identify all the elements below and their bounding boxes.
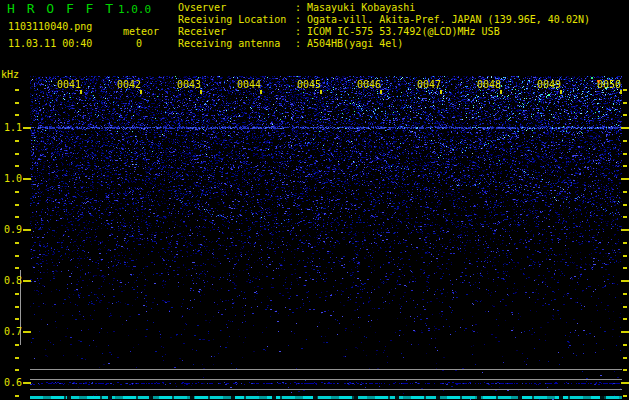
- info-row-location: Receiving Location:Ogata-vill. Akita-Pre…: [178, 14, 590, 25]
- time-label: 0050: [593, 79, 625, 90]
- freq-major-tick-right: [621, 331, 629, 333]
- freq-minor-tick-right: [623, 114, 627, 116]
- freq-minor-tick-right: [623, 293, 627, 295]
- freq-minor-tick-right: [623, 140, 627, 142]
- freq-minor-tick-right: [623, 267, 627, 269]
- freq-minor-tick-left: [15, 153, 19, 155]
- time-label: 0047: [413, 79, 445, 90]
- freq-major-tick-right: [621, 382, 629, 384]
- level-line-2: [30, 379, 622, 380]
- freq-major-tick-right: [621, 280, 629, 282]
- time-label: 0044: [233, 79, 265, 90]
- time-tick: [380, 90, 382, 94]
- freq-minor-tick-right: [623, 153, 627, 155]
- freq-minor-tick-right: [623, 395, 627, 397]
- time-tick: [440, 90, 442, 94]
- freq-minor-tick-left: [15, 242, 19, 244]
- time-tick: [200, 90, 202, 94]
- info-row-observer: Ovserver:Masayuki Kobayashi: [178, 2, 415, 13]
- freq-major-tick-left: [23, 331, 31, 333]
- freq-minor-tick-left: [15, 369, 19, 371]
- freq-minor-tick-right: [623, 242, 627, 244]
- freq-major-tick-left: [23, 127, 31, 129]
- freq-tick-label: 0.9: [0, 224, 22, 235]
- freq-minor-tick-left: [15, 318, 19, 320]
- freq-minor-tick-right: [623, 306, 627, 308]
- freq-minor-tick-left: [15, 204, 19, 206]
- freq-minor-tick-left: [15, 255, 19, 257]
- time-tick: [260, 90, 262, 94]
- info-label: Receiver: [178, 26, 295, 37]
- freq-minor-tick-left: [15, 395, 19, 397]
- freq-minor-tick-left: [15, 89, 19, 91]
- freq-major-tick-right: [621, 127, 629, 129]
- mode-label: meteor: [123, 26, 159, 37]
- freq-minor-tick-right: [623, 191, 627, 193]
- freq-minor-tick-right: [623, 255, 627, 257]
- freq-minor-tick-left: [15, 114, 19, 116]
- freq-minor-tick-left: [15, 165, 19, 167]
- time-tick: [320, 90, 322, 94]
- time-tick: [620, 90, 622, 94]
- freq-minor-tick-right: [623, 204, 627, 206]
- freq-major-tick-left: [23, 178, 31, 180]
- time-tick: [560, 90, 562, 94]
- freq-minor-tick-left: [15, 293, 19, 295]
- time-label: 0041: [53, 79, 85, 90]
- time-tick: [140, 90, 142, 94]
- info-separator: :: [295, 38, 307, 49]
- level-line-3: [30, 389, 622, 390]
- freq-minor-tick-left: [15, 306, 19, 308]
- time-tick: [80, 90, 82, 94]
- info-label: Receiving Location: [178, 14, 295, 25]
- freq-minor-tick-left: [15, 191, 19, 193]
- info-row-receiver: Receiver:ICOM IC-575 53.7492(@LCD)MHz US…: [178, 26, 500, 37]
- freq-minor-tick-right: [623, 357, 627, 359]
- freq-major-tick-right: [621, 178, 629, 180]
- output-file-name: 1103110040.png: [8, 21, 92, 32]
- timestamp: 11.03.11 00:40: [8, 38, 92, 49]
- freq-minor-tick-right: [623, 369, 627, 371]
- freq-minor-tick-right: [623, 318, 627, 320]
- freq-tick-label: 0.6: [0, 377, 22, 388]
- meteor-count: 0: [136, 38, 142, 49]
- info-row-antenna: Receiving antenna:A504HB(yagi 4el): [178, 38, 403, 49]
- info-label: Ovserver: [178, 2, 295, 13]
- freq-tick-label: 1.0: [0, 173, 22, 184]
- info-separator: :: [295, 26, 307, 37]
- time-label: 0045: [293, 79, 325, 90]
- time-label: 0043: [173, 79, 205, 90]
- freq-minor-tick-left: [15, 344, 19, 346]
- freq-minor-tick-right: [623, 102, 627, 104]
- time-tick: [500, 90, 502, 94]
- freq-minor-tick-right: [623, 216, 627, 218]
- freq-minor-tick-left: [15, 357, 19, 359]
- activity-line: [30, 396, 622, 399]
- info-value: Masayuki Kobayashi: [307, 2, 415, 13]
- freq-tick-label: 0.7: [0, 326, 22, 337]
- app-title: H R O F F T: [7, 2, 115, 16]
- freq-minor-tick-right: [623, 165, 627, 167]
- freq-minor-tick-left: [15, 267, 19, 269]
- freq-tick-label: 1.1: [0, 122, 22, 133]
- freq-minor-tick-left: [15, 102, 19, 104]
- freq-major-tick-left: [23, 280, 31, 282]
- info-value: Ogata-vill. Akita-Pref. JAPAN (139.96E, …: [307, 14, 590, 25]
- time-label: 0042: [113, 79, 145, 90]
- time-label: 0046: [353, 79, 385, 90]
- hrofft-window: H R O F F T 1.0.0 1103110040.png meteor …: [0, 0, 629, 400]
- time-label: 0048: [473, 79, 505, 90]
- info-value: ICOM IC-575 53.7492(@LCD)MHz USB: [307, 26, 500, 37]
- spectrogram-canvas: [30, 76, 622, 400]
- time-label: 0049: [533, 79, 565, 90]
- freq-unit-label: kHz: [1, 69, 19, 80]
- freq-major-tick-left: [23, 229, 31, 231]
- info-separator: :: [295, 14, 307, 25]
- info-separator: :: [295, 2, 307, 13]
- freq-major-tick-left: [23, 382, 31, 384]
- freq-minor-tick-left: [15, 216, 19, 218]
- freq-tick-label: 0.8: [0, 275, 22, 286]
- info-value: A504HB(yagi 4el): [307, 38, 403, 49]
- level-line-1: [30, 369, 622, 370]
- freq-minor-tick-right: [623, 344, 627, 346]
